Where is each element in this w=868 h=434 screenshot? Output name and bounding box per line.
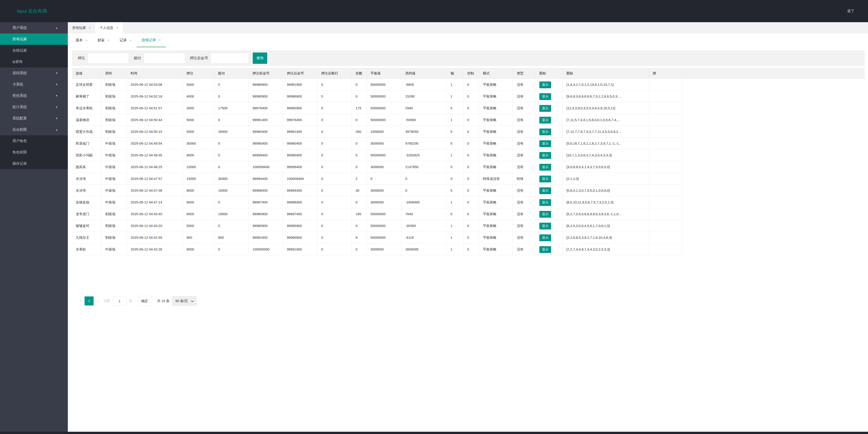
main-tab[interactable]: 所有玩家× — [68, 22, 95, 33]
table-row: 水浒传中级场2025-06-12 04:47:38900015000999884… — [72, 185, 682, 196]
filter-input[interactable] — [144, 53, 185, 64]
table-cell: 0 — [463, 185, 479, 196]
sidebar-subitem[interactable]: 操作记录 — [0, 158, 68, 169]
table-cell: [7,11,5,7,3,4,1,5,8,3,0,1,0,5,6,7,4,... — [563, 114, 649, 126]
table-cell: 0 — [317, 196, 352, 208]
show-icon-button[interactable]: 显示 — [539, 117, 551, 123]
table-cell: 99988400 — [283, 196, 317, 208]
table-cell: 初级场 — [101, 208, 127, 220]
sub-tab[interactable]: 基本× — [70, 33, 92, 47]
table-cell: 2147950 — [401, 161, 447, 173]
logout-link[interactable]: 退了 — [847, 0, 855, 22]
show-icon-button[interactable]: 显示 — [539, 105, 551, 112]
table-cell: 0 — [447, 173, 463, 185]
table-cell: 2025-06-12 04:48:25 — [127, 161, 183, 173]
table-cell: 平衡策略 — [479, 232, 513, 243]
show-icon-button[interactable]: 显示 — [539, 223, 551, 229]
table-cell — [649, 102, 682, 114]
table-cell — [649, 114, 682, 126]
page-size-select[interactable]: 50 条/页 — [172, 296, 197, 306]
table-cell: 50000000 — [367, 149, 401, 161]
table-cell: 0 — [317, 138, 352, 149]
sidebar-item[interactable]: 卡系统▼ — [0, 79, 68, 90]
close-icon[interactable]: × — [107, 38, 110, 42]
table-cell: 没有 — [513, 196, 535, 208]
table-cell: 中级场 — [101, 243, 127, 255]
table-cell: 1 — [447, 220, 463, 232]
sidebar-subitem[interactable]: 在线玩家 — [0, 45, 68, 56]
table-cell: 2025-06-12 04:42:26 — [127, 243, 183, 255]
table-cell: 0 — [317, 79, 352, 90]
sidebar-item-label: 卡系统 — [12, 82, 23, 86]
sidebar-subitem[interactable]: ip查询 — [0, 56, 68, 67]
table-cell: 0 — [463, 149, 479, 161]
table-row: 麻将糊了初级场2025-06-12 04:52:1840000999909009… — [72, 90, 682, 102]
show-icon-button[interactable]: 显示 — [539, 82, 551, 88]
sidebar-item[interactable]: 房间系统▼ — [0, 67, 68, 79]
table-cell: 99990900 — [249, 220, 283, 232]
table-cell: 显示 — [535, 90, 563, 102]
filter-input[interactable] — [88, 53, 129, 64]
table-cell: 0 — [463, 208, 479, 220]
table-cell: 没有 — [513, 220, 535, 232]
show-icon-button[interactable]: 显示 — [539, 246, 551, 253]
sidebar-item[interactable]: 管控系统▼ — [0, 90, 68, 102]
confirm-page-button[interactable]: 确定 — [137, 296, 152, 306]
filter-input[interactable] — [211, 53, 249, 64]
show-icon-button[interactable]: 显示 — [539, 93, 551, 100]
table-cell: [12,4,3,9,0,3,5,5,4,6,5,9,10,5,11] — [563, 102, 649, 114]
close-icon[interactable]: × — [116, 26, 118, 30]
table-cell: 99990400 — [249, 138, 283, 149]
sidebar-item[interactable]: 统计系统▼ — [0, 102, 68, 113]
prev-page-icon[interactable]: ‹ — [77, 298, 84, 304]
show-icon-button[interactable]: 显示 — [539, 187, 551, 194]
sidebar-subitem[interactable]: 角色权限 — [0, 147, 68, 158]
game-records-table: 游戏房间时间押注赔付押注前金币押注后金币押注后银行倍数平衡值房间值轴控制模式类型… — [72, 68, 865, 255]
table-cell: 0 — [214, 220, 249, 232]
table-cell: 50000000 — [367, 90, 401, 102]
sub-tab[interactable]: 记录× — [115, 33, 136, 47]
table-cell: 0 — [214, 138, 249, 149]
show-icon-button[interactable]: 显示 — [539, 164, 551, 171]
table-cell: 2025-06-12 04:43:40 — [127, 208, 183, 220]
table-cell: 平衡策略 — [479, 220, 513, 232]
table-cell: 0 — [214, 161, 249, 173]
show-icon-button[interactable]: 显示 — [539, 128, 551, 135]
main-tab[interactable]: 个人信息× — [95, 22, 123, 33]
sidebar-subitem[interactable]: 用户角色 — [0, 135, 68, 147]
sidebar-subitem[interactable]: 所有玩家 — [0, 33, 68, 45]
current-page-button[interactable]: 1 — [85, 296, 94, 306]
table-cell: 99991000 — [283, 243, 317, 255]
show-icon-button[interactable]: 显示 — [539, 199, 551, 206]
close-icon[interactable]: × — [159, 38, 161, 42]
table-cell: 麻将糊了 — [72, 90, 101, 102]
search-button[interactable]: 查询 — [253, 53, 267, 64]
show-icon-button[interactable]: 显示 — [539, 140, 551, 147]
table-cell: 0 — [317, 220, 352, 232]
show-icon-button[interactable]: 显示 — [539, 176, 551, 182]
table-cell: 0 — [352, 243, 367, 255]
sub-tab[interactable]: 游戏记录× — [136, 33, 166, 47]
sub-tab[interactable]: 财富× — [92, 33, 114, 47]
show-icon-button[interactable]: 显示 — [539, 152, 551, 159]
table-cell: 没有 — [513, 114, 535, 126]
table-cell: 0 — [352, 79, 367, 90]
close-icon[interactable]: × — [89, 26, 91, 30]
sidebar-item[interactable]: 系统配置▼ — [0, 113, 68, 124]
table-cell: 0 — [401, 173, 447, 185]
table-row: 九线拉王初级场2025-06-12 04:42:5590080099991000… — [72, 232, 682, 243]
close-icon[interactable]: × — [86, 38, 88, 42]
table-cell: 99990900 — [249, 90, 283, 102]
next-page-icon[interactable]: › — [94, 298, 101, 304]
close-icon[interactable]: × — [129, 38, 131, 42]
table-cell: 龙争虎门 — [72, 208, 101, 220]
sidebar-menu: 用户系统▲所有玩家在线玩家ip查询房间系统▼卡系统▼管控系统▼统计系统▼系统配置… — [0, 22, 68, 169]
goto-page-input[interactable] — [113, 296, 127, 306]
sidebar-item[interactable]: 用户系统▲ — [0, 22, 68, 33]
app-logo: layui 后台布局 — [17, 0, 47, 22]
show-icon-button[interactable]: 显示 — [539, 211, 551, 218]
sidebar-item[interactable]: 后台权限▲ — [0, 124, 68, 135]
show-icon-button[interactable]: 显示 — [539, 234, 551, 241]
table-cell: 显示 — [535, 173, 563, 185]
table-cell: [5,2,7,0,5,0,8,6,9,8,6,3,8,3,6,-1,1,0... — [563, 208, 649, 220]
